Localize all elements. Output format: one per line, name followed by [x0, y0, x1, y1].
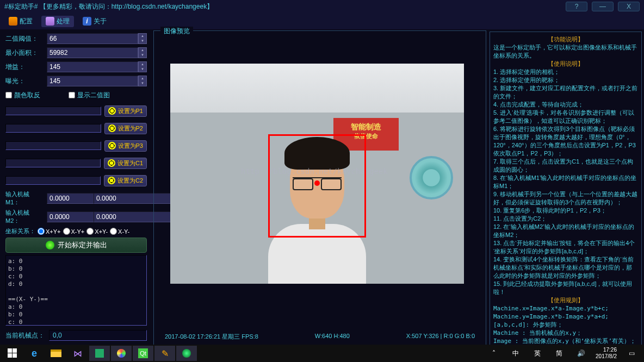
gain-spinner[interactable]: ▲▼ [138, 61, 147, 72]
info-icon: i [83, 17, 91, 26]
svg-rect-0 [8, 348, 12, 353]
radio-xpym[interactable]: X+Y- [86, 228, 108, 235]
toolbar: 配置 处理 i关于 [0, 13, 644, 29]
clock[interactable]: 17:262017/8/2 [592, 347, 620, 360]
threshold-label: 二值阈值： [5, 34, 44, 43]
app-title: #标定助手# 【更多精彩，敬请访问：http://blog.csdn.net/k… [4, 2, 566, 11]
preview-legend: 图像预览 [160, 27, 193, 36]
wrench-icon [9, 17, 17, 26]
minimize-button[interactable]: — [592, 2, 614, 11]
minarea-label: 最小面积： [5, 48, 44, 58]
current-point-label: 当前机械点： [5, 331, 45, 340]
minarea-input[interactable] [47, 47, 138, 58]
center-panel: 图像预览 智能制造依信使命 http://blog.csdn.net/kaych… [152, 29, 487, 350]
status-line: 2017-08-02 17:26:21 星期三 FPS:8 W:640 H:48… [165, 333, 475, 341]
ime-en[interactable]: 英 [527, 346, 548, 361]
fan [410, 156, 453, 199]
svg-rect-1 [13, 348, 17, 353]
exposure-label: 曝光： [5, 77, 44, 86]
tray-up-icon[interactable]: ˄ [484, 346, 504, 361]
app2-icon[interactable] [111, 346, 132, 361]
ime-simp[interactable]: 简 [549, 346, 569, 361]
set-p2-button[interactable]: 设置为P2 [104, 123, 147, 134]
play-icon [46, 241, 54, 249]
app4-icon[interactable]: ✎ [154, 346, 175, 361]
invert-checkbox[interactable]: 颜色取反 [5, 91, 40, 100]
p2-bar [5, 124, 101, 133]
notification-icon[interactable]: ▭ [621, 346, 642, 361]
svg-rect-3 [13, 353, 17, 358]
threshold-input[interactable] [47, 33, 138, 44]
radio-xmym[interactable]: X-Y- [110, 228, 129, 235]
vs-icon[interactable]: ⋈ [67, 346, 88, 361]
help-box[interactable]: 【功能说明】这是一个标定助手，它可以标定出图像坐标系和机械手坐标系的关系。【使用… [490, 32, 642, 346]
explorer-icon[interactable] [46, 346, 66, 361]
qt-icon[interactable]: Qt [133, 346, 153, 361]
status-pixel: X:507 Y:326 | R:0 G:0 B:0 [406, 333, 475, 341]
ime-zh[interactable]: 中 [505, 346, 526, 361]
m2-label: 输入机械M2： [5, 209, 44, 225]
set-p1-button[interactable]: 设置为P1 [104, 105, 147, 117]
radio-xpyp[interactable]: X+Y+ [38, 228, 61, 235]
coord-relation: 坐标关系： X+Y+ X-Y+ X+Y- X-Y- [5, 227, 147, 235]
detection-box [268, 134, 366, 238]
start-calibration-button[interactable]: 开始标定并输出 [5, 238, 147, 253]
exposure-input[interactable] [47, 76, 138, 86]
close-button[interactable]: X [618, 2, 640, 11]
set-p3-button[interactable]: 设置为P3 [104, 140, 147, 152]
title-bar: #标定助手# 【更多精彩，敬请访问：http://blog.csdn.net/k… [0, 0, 644, 13]
tab-config[interactable]: 配置 [4, 16, 37, 27]
app5-icon[interactable] [176, 346, 197, 361]
image-preview: 智能制造依信使命 http://blog.csdn.net/kaychangee… [170, 64, 464, 284]
c2-bar [5, 176, 101, 185]
left-panel: 二值阈值：▲▼ 最小面积：▲▼ 增益：▲▼ 曝光：▲▼ 颜色取反 显示二值图 设… [0, 29, 152, 350]
right-panel: 【功能说明】这是一个标定助手，它可以标定出图像坐标系和机械手坐标系的关系。【使用… [487, 29, 644, 350]
gain-label: 增益： [5, 63, 44, 72]
radiation-icon [108, 107, 116, 115]
threshold-spinner[interactable]: ▲▼ [138, 33, 147, 44]
edge-icon[interactable]: e [24, 346, 45, 361]
showbin-checkbox[interactable]: 显示二值图 [69, 91, 110, 100]
windows-taskbar: e ⋈ Qt ✎ ˄ 中 英 简 🔊 17:262017/8/2 ▭ [0, 345, 644, 362]
c1-bar [5, 159, 101, 167]
radio-xmyp[interactable]: X-Y+ [63, 228, 85, 235]
start-button[interactable] [2, 346, 23, 361]
gain-input[interactable] [47, 61, 138, 72]
output-box[interactable]: a: 0b: 0c: 0d: 0 ==(X- Y-)==a: 0b: 0c: 0… [5, 255, 147, 326]
center-dot [314, 180, 320, 186]
radiation-icon [108, 142, 116, 149]
svg-rect-2 [8, 353, 12, 358]
p1-bar [5, 107, 101, 115]
status-datetime: 2017-08-02 17:26:21 星期三 FPS:8 [165, 333, 258, 341]
exposure-spinner[interactable]: ▲▼ [138, 76, 147, 86]
radiation-icon [108, 124, 116, 132]
volume-icon[interactable]: 🔊 [571, 346, 591, 361]
set-c2-button[interactable]: 设置为C2 [104, 175, 147, 186]
current-point-value: 0,0 [49, 330, 147, 341]
tab-about[interactable]: i关于 [78, 16, 111, 27]
p3-bar [5, 141, 101, 150]
help-button[interactable]: ? [566, 2, 587, 11]
process-icon [46, 17, 54, 26]
set-c1-button[interactable]: 设置为C1 [104, 158, 147, 169]
minarea-spinner[interactable]: ▲▼ [138, 47, 147, 58]
radiation-icon [108, 159, 115, 167]
radiation-icon [108, 177, 115, 184]
status-size: W:640 H:480 [315, 333, 350, 341]
app1-icon[interactable] [89, 346, 110, 361]
tab-process[interactable]: 处理 [41, 16, 74, 27]
m1-label: 输入机械M1： [5, 190, 44, 207]
